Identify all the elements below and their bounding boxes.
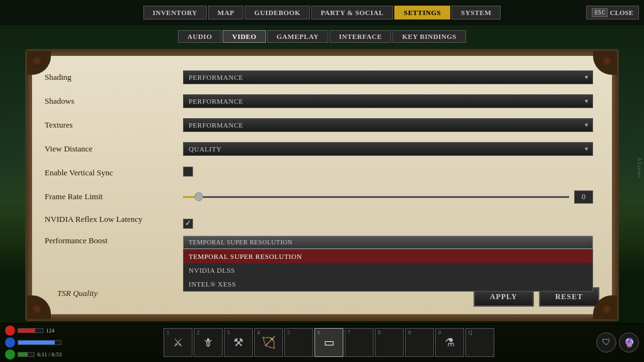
health-bar-container: 124	[5, 326, 62, 336]
slot-number-7: 7	[348, 330, 350, 336]
shadows-label: Shadows	[45, 96, 183, 106]
hotbar-slot-8[interactable]: 8	[375, 328, 404, 357]
tab-party-social[interactable]: PARTY & SOCIAL	[311, 6, 393, 19]
tab-system[interactable]: SYSTEM	[452, 6, 501, 19]
health-track	[18, 328, 43, 333]
shadows-dropdown-wrapper: PERFORMANCE QUALITY	[183, 94, 593, 108]
hotbar-slot-7[interactable]: 7	[345, 328, 374, 357]
slot-number-4: 4	[257, 330, 260, 336]
nvidia-reflex-control	[183, 214, 593, 229]
performance-boost-label: Performance Boost	[45, 236, 183, 246]
tab-inventory[interactable]: INVENTORY	[143, 6, 207, 19]
vertical-sync-label: Enable Vertical Sync	[45, 168, 183, 178]
slot-number-9: 9	[408, 330, 411, 336]
tab-settings[interactable]: SETTINGS	[394, 6, 450, 19]
slot-number-0: 0	[438, 330, 441, 336]
frame-rate-slider-thumb[interactable]	[194, 192, 203, 201]
health-value: 124	[46, 327, 62, 334]
top-navigation: INVENTORY MAP GUIDEBOOK PARTY & SOCIAL S…	[0, 0, 644, 25]
food-bar-container: 6:11 / 6:53	[5, 349, 62, 359]
textures-dropdown-wrapper: PERFORMANCE QUALITY	[183, 118, 593, 132]
hotbar-slot-2[interactable]: 2 🗡	[194, 328, 223, 357]
performance-boost-display[interactable]: TEMPORAL SUPER RESOLUTION	[183, 236, 593, 249]
slot-number-5: 5	[287, 330, 290, 336]
stamina-track	[18, 340, 62, 345]
slot-icon-2: 🗡	[203, 336, 214, 349]
slot-number-1: 1	[167, 330, 169, 336]
setting-row-view-distance: View Distance PERFORMANCE QUALITY ULTRA	[45, 140, 593, 158]
hotbar-slot-q[interactable]: Q	[465, 328, 494, 357]
textures-dropdown[interactable]: PERFORMANCE QUALITY	[183, 118, 593, 132]
shadows-control: PERFORMANCE QUALITY	[183, 94, 593, 108]
textures-control: PERFORMANCE QUALITY	[183, 118, 593, 132]
subnav-video[interactable]: VIDEO	[223, 30, 266, 43]
hotbar-slot-3[interactable]: 3 ⚒	[224, 328, 253, 357]
food-fill	[18, 353, 28, 356]
panel-top-border	[27, 51, 617, 56]
mini-icon-1[interactable]: 🛡	[596, 332, 616, 353]
subnav-audio[interactable]: AUDIO	[178, 30, 221, 43]
sub-navigation: AUDIO VIDEO GAMEPLAY INTERFACE KEY BINDI…	[0, 26, 644, 47]
slot-icon-1: ⚔	[173, 336, 183, 349]
health-icon	[5, 326, 15, 336]
side-character-label: A Locust	[636, 157, 643, 178]
stamina-bar-container	[5, 337, 62, 348]
shading-label: Shading	[45, 72, 183, 82]
setting-row-shading: Shading PERFORMANCE QUALITY ULTRA	[45, 69, 593, 86]
slot-number-2: 2	[197, 330, 199, 336]
health-bars: 124 6:11 / 6:53	[5, 326, 62, 359]
shading-dropdown[interactable]: PERFORMANCE QUALITY ULTRA	[183, 70, 593, 84]
perf-option-dlss[interactable]: NVIDIA DLSS	[184, 263, 592, 277]
hotbar-slot-6[interactable]: 6 ▭	[314, 328, 343, 357]
setting-row-vertical-sync: Enable Vertical Sync	[45, 164, 593, 182]
frame-rate-control: 0	[183, 190, 593, 204]
mini-icon-2[interactable]: 🔮	[619, 332, 639, 353]
stamina-icon	[5, 337, 15, 348]
perf-option-tsr[interactable]: TEMPORAL SUPER RESOLUTION	[184, 250, 592, 263]
stamina-fill	[18, 341, 55, 344]
slot-number-3: 3	[227, 330, 230, 336]
food-track	[18, 352, 35, 357]
close-button[interactable]: ESC CLOSE	[586, 6, 639, 19]
slot-number-q: Q	[469, 330, 472, 336]
setting-row-performance-boost: Performance Boost TEMPORAL SUPER RESOLUT…	[45, 236, 593, 253]
food-icon	[5, 349, 15, 359]
setting-row-nvidia-reflex: NVIDIA Reflex Low Latency	[45, 212, 593, 229]
hotbar: 124 6:11 / 6:53 1 ⚔ 2 🗡 3 ⚒	[0, 323, 644, 362]
textures-label: Textures	[45, 120, 183, 130]
performance-boost-control: TEMPORAL SUPER RESOLUTION TEMPORAL SUPER…	[183, 236, 593, 249]
performance-boost-list: TEMPORAL SUPER RESOLUTION NVIDIA DLSS IN…	[183, 249, 593, 292]
hotbar-slot-1[interactable]: 1 ⚔	[164, 328, 192, 357]
hotbar-slot-4[interactable]: 4 🏹	[254, 328, 283, 357]
nvidia-reflex-label: NVIDIA Reflex Low Latency	[45, 214, 183, 225]
perf-option-xess[interactable]: INTEL® XESS	[184, 277, 592, 291]
inner-content: Shading PERFORMANCE QUALITY ULTRA Shadow…	[32, 56, 612, 314]
tab-guidebook[interactable]: GUIDEBOOK	[245, 6, 310, 19]
vertical-sync-checkbox[interactable]	[183, 167, 193, 177]
view-distance-dropdown-wrapper: PERFORMANCE QUALITY ULTRA	[183, 142, 593, 156]
hotbar-right: 🛡 🔮	[596, 332, 639, 353]
esc-badge: ESC	[592, 8, 607, 17]
view-distance-dropdown[interactable]: PERFORMANCE QUALITY ULTRA	[183, 142, 593, 156]
vertical-sync-control	[183, 167, 593, 179]
nvidia-reflex-checkbox[interactable]	[183, 219, 193, 229]
shadows-dropdown[interactable]: PERFORMANCE QUALITY	[183, 94, 593, 108]
slot-number-6: 6	[318, 330, 320, 336]
hotbar-slot-0[interactable]: 0 ⚗	[435, 328, 464, 357]
hotbar-slot-5[interactable]: 5	[284, 328, 313, 357]
setting-row-frame-rate: Frame Rate Limit 0	[45, 188, 593, 206]
panel-bottom-border	[27, 314, 617, 319]
subnav-key-bindings[interactable]: KEY BINDINGS	[392, 30, 466, 43]
settings-content: Shading PERFORMANCE QUALITY ULTRA Shadow…	[32, 56, 612, 314]
tab-map[interactable]: MAP	[208, 6, 244, 19]
setting-row-textures: Textures PERFORMANCE QUALITY	[45, 116, 593, 134]
main-panel: Shading PERFORMANCE QUALITY ULTRA Shadow…	[25, 49, 619, 321]
hotbar-slot-9[interactable]: 9	[405, 328, 434, 357]
setting-row-shadows: Shadows PERFORMANCE QUALITY	[45, 92, 593, 110]
subnav-gameplay[interactable]: GAMEPLAY	[267, 30, 328, 43]
frame-rate-value: 0	[574, 190, 593, 204]
panel-right-border	[612, 51, 617, 319]
frame-rate-slider-track[interactable]	[183, 196, 569, 198]
subnav-interface[interactable]: INTERFACE	[330, 30, 391, 43]
slider-wrapper: 0	[183, 190, 593, 204]
